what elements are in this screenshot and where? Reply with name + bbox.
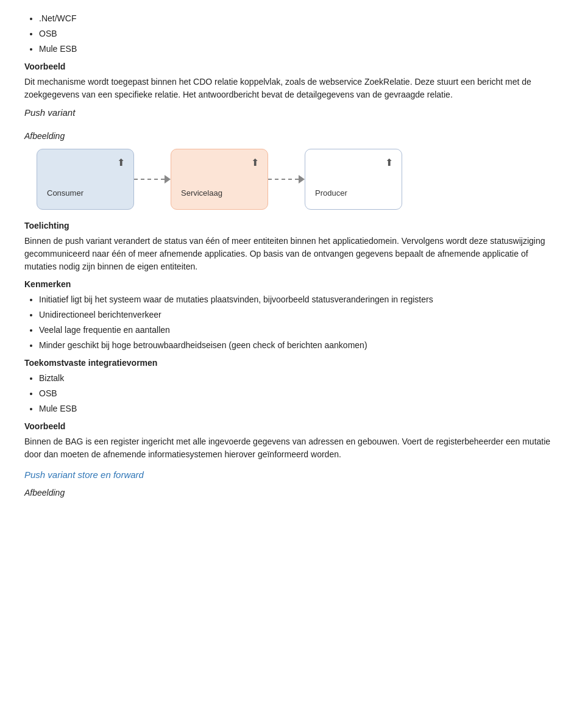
kenmerken-item-1: Initiatief ligt bij het systeem waar de … xyxy=(39,293,561,306)
voorbeeld-label: Voorbeeld xyxy=(24,60,561,73)
arrow-2 xyxy=(268,175,305,184)
kenmerken-list: Initiatief ligt bij het systeem waar de … xyxy=(39,293,561,352)
voorbeeld2-section: Voorbeeld Binnen de BAG is een register … xyxy=(24,420,561,461)
push-variant-label: Push variant xyxy=(24,106,561,120)
afbeelding-label: Afbeelding xyxy=(24,130,561,143)
consumer-arrow-icon: ⬆ xyxy=(117,155,125,170)
kenmerken-label: Kenmerken xyxy=(24,278,561,291)
voorbeeld2-text: Binnen de BAG is een register ingericht … xyxy=(24,435,561,461)
afbeelding2-section: Afbeelding xyxy=(24,487,561,499)
arrow-1 xyxy=(134,175,171,184)
dashed-line-1 xyxy=(134,179,165,180)
toekomstvaste-item-1: Biztalk xyxy=(39,372,561,385)
toelichting-label: Toelichting xyxy=(24,219,561,232)
toelichting-section: Toelichting Binnen de push variant veran… xyxy=(24,219,561,273)
toekomstvaste-item-2: OSB xyxy=(39,387,561,400)
push-variant-diagram: ⬆ Consumer ⬆ Servicelaag ⬆ Producer xyxy=(37,149,561,210)
kenmerken-section: Kenmerken Initiatief ligt bij het systee… xyxy=(24,278,561,352)
toekomstvaste-section: Toekomstvaste integratievormen Biztalk O… xyxy=(24,357,561,415)
push-variant-store-label: Push variant store en forward xyxy=(24,468,561,482)
producer-box: ⬆ Producer xyxy=(305,149,402,210)
intro-list-item-1: .Net/WCF xyxy=(39,12,561,25)
push-variant-section: Push variant xyxy=(24,106,561,120)
arrow-head-2 xyxy=(299,175,305,184)
intro-list-item-2: OSB xyxy=(39,27,561,40)
toekomstvaste-item-3: Mule ESB xyxy=(39,402,561,415)
consumer-label: Consumer xyxy=(47,187,83,199)
afbeelding2-label: Afbeelding xyxy=(24,487,561,499)
toekomstvaste-list: Biztalk OSB Mule ESB xyxy=(39,372,561,415)
kenmerken-item-4: Minder geschikt bij hoge betrouwbaardhei… xyxy=(39,339,561,352)
producer-label: Producer xyxy=(315,187,347,199)
voorbeeld2-label: Voorbeeld xyxy=(24,420,561,433)
voorbeeld-text: Dit mechanisme wordt toegepast binnen he… xyxy=(24,76,561,101)
arrow-head-1 xyxy=(165,175,171,184)
intro-list-item-3: Mule ESB xyxy=(39,43,561,55)
toekomstvaste-label: Toekomstvaste integratievormen xyxy=(24,357,561,369)
kenmerken-item-3: Veelal lage frequentie en aantallen xyxy=(39,324,561,337)
diagram-section: Afbeelding ⬆ Consumer ⬆ Servicelaag ⬆ Pr… xyxy=(24,130,561,210)
push-variant-store-section: Push variant store en forward xyxy=(24,468,561,482)
toelichting-text: Binnen de push variant verandert de stat… xyxy=(24,235,561,273)
consumer-box: ⬆ Consumer xyxy=(37,149,134,210)
servicelaag-label: Servicelaag xyxy=(181,187,222,199)
voorbeeld-section: Voorbeeld Dit mechanisme wordt toegepast… xyxy=(24,60,561,101)
servicelaag-arrow-icon: ⬆ xyxy=(251,155,259,170)
dashed-line-2 xyxy=(268,179,299,180)
servicelaag-box: ⬆ Servicelaag xyxy=(171,149,268,210)
kenmerken-item-2: Unidirectioneel berichtenverkeer xyxy=(39,309,561,321)
intro-list: .Net/WCF OSB Mule ESB xyxy=(39,12,561,55)
producer-arrow-icon: ⬆ xyxy=(385,155,393,170)
